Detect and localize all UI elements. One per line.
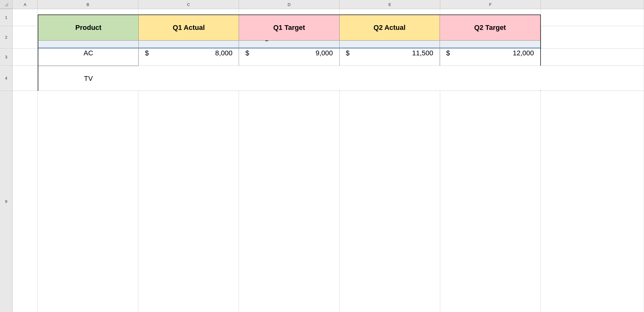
td-q1-actual-ac: $ 8,000: [139, 41, 239, 66]
cell-9a[interactable]: [13, 91, 38, 312]
td-q2-actual-ac: $ 11,500: [340, 41, 440, 66]
cell-2a[interactable]: [13, 26, 38, 48]
cell-9d[interactable]: [239, 91, 340, 312]
col-header-c[interactable]: C: [138, 0, 239, 9]
row-4: 4 Product Q1 Actual Q1 Target: [0, 66, 644, 91]
td-product-ac: AC: [38, 41, 139, 66]
cell-9-rest[interactable]: [541, 91, 644, 312]
data-row-ac: AC $ 8,000 $ 9,000 $ 11,500: [38, 41, 540, 66]
cell-3a[interactable]: [13, 49, 38, 65]
col-header-b[interactable]: B: [38, 0, 138, 9]
row-header-3: 3: [0, 49, 13, 65]
th-q1-actual: Q1 Actual: [139, 15, 239, 40]
td-q1-target-ac: $ 9,000: [239, 41, 339, 66]
row-header-1: 1: [0, 9, 13, 26]
td-q2-target-ac: $ 12,000: [440, 41, 540, 66]
cell-3-rest[interactable]: [541, 49, 644, 65]
spreadsheet: A B C D E F 1 2 Creating Stacked Bar Cha…: [0, 0, 644, 312]
corner-cell: [0, 0, 13, 9]
td-product-tv: TV: [38, 66, 139, 91]
col-header-e[interactable]: E: [340, 0, 440, 9]
cell-9c[interactable]: [138, 91, 239, 312]
cell-2-rest[interactable]: [541, 26, 644, 48]
th-q1-target: Q1 Target: [239, 15, 339, 40]
cell-1a[interactable]: [13, 9, 38, 26]
row-empty-bottom: 9: [0, 91, 644, 312]
cell-9e[interactable]: [340, 91, 440, 312]
col-header-f[interactable]: F: [440, 0, 541, 9]
th-q2-target: Q2 Target: [440, 15, 540, 40]
cell-4a[interactable]: [13, 66, 38, 91]
col-header-d[interactable]: D: [239, 0, 340, 9]
th-q2-actual: Q2 Actual: [340, 15, 440, 40]
row-header-9: 9: [0, 91, 13, 312]
svg-marker-0: [4, 3, 8, 6]
col-header-a[interactable]: A: [13, 0, 38, 9]
cell-9f[interactable]: [440, 91, 541, 312]
rows-container: 1 2 Creating Stacked Bar Chart 3: [0, 9, 644, 312]
row-header-4: 4: [0, 66, 13, 91]
cell-1-rest[interactable]: [541, 9, 644, 26]
cell-4-rest[interactable]: [138, 66, 644, 91]
table-header-row: Product Q1 Actual Q1 Target Q2 Actual Q2: [38, 15, 540, 41]
column-headers: A B C D E F: [0, 0, 644, 9]
th-product: Product: [38, 15, 139, 40]
col-header-rest: [541, 0, 644, 9]
cell-4b[interactable]: Product Q1 Actual Q1 Target Q2 Actual Q2: [38, 66, 138, 91]
cell-9b[interactable]: [38, 91, 138, 312]
row-header-2: 2: [0, 26, 13, 48]
